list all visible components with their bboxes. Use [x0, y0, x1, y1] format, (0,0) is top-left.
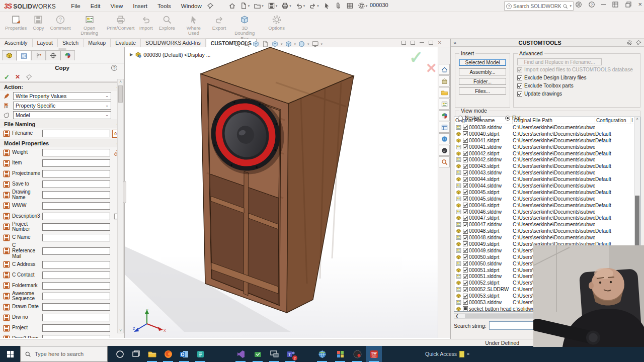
field-drawing-name-input[interactable] [42, 191, 110, 199]
ribbon-button-copy[interactable]: Copy [30, 12, 47, 31]
ribbon-button-explore[interactable]: Explore [156, 12, 178, 31]
recorder-app-app[interactable] [349, 346, 365, 362]
field-description3-input[interactable] [42, 213, 110, 220]
grid-app-app[interactable] [332, 346, 348, 362]
pdm-client-app[interactable] [192, 346, 208, 362]
field-weight-input[interactable] [42, 149, 110, 156]
checkbox-exclude-toolbox-parts[interactable]: Exclude Toolbox parts [517, 83, 574, 88]
field-save-to-input[interactable] [42, 180, 110, 188]
chevron-down-icon[interactable]: ▾ [307, 42, 309, 46]
pin-icon[interactable] [635, 40, 641, 46]
checkbox-icon[interactable] [463, 138, 468, 143]
checkbox-icon[interactable] [463, 131, 468, 136]
checkbox-icon[interactable] [463, 300, 468, 305]
save-button[interactable]: ▾ [266, 1, 279, 11]
field-drw-no-input[interactable] [42, 314, 110, 321]
chevron-down-icon[interactable]: ▾ [366, 4, 368, 8]
scrollbar-thumb[interactable] [118, 85, 123, 103]
clipping-icon[interactable] [262, 40, 269, 48]
checkbox-icon[interactable] [463, 248, 468, 253]
column-header-2[interactable]: Original File Path [513, 117, 595, 124]
checkbox-icon[interactable] [463, 183, 468, 188]
tab-markup[interactable]: Markup [84, 39, 111, 47]
table-row[interactable]: 000042.slddrwC:\Users\serkinhe\Documents… [454, 156, 640, 163]
action-dropdown-1[interactable]: Property Specific⌄ [13, 102, 111, 110]
confirmation-corner-ok-icon[interactable]: ✓ [409, 47, 424, 67]
solidworks-2022-app[interactable]: SW2022 [366, 346, 382, 362]
chevron-down-icon[interactable]: ▾ [570, 4, 572, 8]
table-row[interactable]: 000046.slddrwC:\Users\serkinhe\Documents… [454, 209, 640, 215]
gear-icon[interactable] [626, 40, 632, 46]
field-www-input[interactable] [42, 202, 110, 210]
field-c-reference-mail-input[interactable] [42, 247, 110, 255]
chevron-down-icon[interactable]: ▾ [321, 42, 323, 46]
tab-assembly[interactable]: Assembly [0, 39, 33, 47]
field-item-input[interactable] [42, 159, 110, 167]
tab-layout[interactable]: Layout [33, 39, 58, 47]
checkbox-icon[interactable] [463, 229, 468, 234]
help-icon[interactable]: ? [588, 1, 595, 8]
pane-right-icon[interactable] [411, 41, 415, 45]
action-dropdown-0[interactable]: Write Property Values⌄ [13, 92, 111, 100]
appearance-sphere-icon[interactable] [298, 40, 305, 48]
tab-sketch[interactable]: Sketch [58, 39, 84, 47]
find-replace-button[interactable]: Find and Replace in Filename... [517, 58, 602, 65]
table-row[interactable]: 000043.sldprtC:\Users\serkinhe\Documents… [454, 163, 640, 169]
table-row[interactable]: 000044.sldprtC:\Users\serkinhe\Documents… [454, 176, 640, 183]
table-row[interactable]: 000045.slddrwC:\Users\serkinhe\Documents… [454, 196, 640, 202]
dimxpert-tab[interactable] [46, 50, 60, 60]
expand-arrow-icon[interactable]: ▶ [130, 52, 133, 57]
customtools-tab[interactable] [439, 156, 450, 167]
package-app-app[interactable] [250, 346, 266, 362]
panel-scrollbar[interactable]: ˄˅ [117, 79, 124, 333]
checkbox-icon[interactable] [463, 254, 468, 259]
ribbon-button-export[interactable]: Export [209, 12, 229, 31]
checkbox-icon[interactable] [463, 222, 468, 227]
design-library-tab[interactable] [439, 75, 450, 86]
checkbox-icon[interactable] [463, 267, 468, 273]
section-header-file-naming[interactable]: File Naming ˄ [0, 120, 124, 128]
checkbox-icon[interactable] [463, 157, 468, 162]
teams-app[interactable]: T2 [282, 346, 298, 362]
field-c-name-input[interactable] [42, 234, 110, 241]
minimize-icon[interactable] [601, 4, 606, 5]
view-palette-tab[interactable] [439, 99, 450, 110]
chevron-down-icon[interactable]: ▾ [317, 4, 319, 8]
confirmation-corner-cancel-icon[interactable]: ✕ [426, 60, 437, 76]
table-row[interactable]: 000039.slddrwC:\Users\serkinhe\Documents… [454, 124, 640, 131]
cancel-x-icon[interactable]: ✕ [15, 73, 20, 80]
ribbon-button-where-used[interactable]: Where Used [178, 12, 209, 37]
model-tab[interactable] [2, 50, 17, 60]
insert-selected-model-button[interactable]: Selected Model [459, 59, 506, 66]
checkbox-update-drawings[interactable]: Update drawings [517, 91, 562, 97]
resources-home-tab[interactable] [439, 64, 450, 75]
scene-icon[interactable] [311, 40, 319, 48]
close-icon[interactable]: × [638, 2, 642, 7]
action-dropdown-2[interactable]: Model⌄ [13, 111, 111, 119]
taskbar-search-box[interactable]: Type here to search [20, 346, 108, 362]
table-row[interactable]: 000043.slddrwC:\Users\serkinhe\Documents… [454, 169, 640, 176]
field-project-input[interactable] [42, 324, 110, 332]
field-c-contact-input[interactable] [42, 272, 110, 279]
insert-folder--button[interactable]: Folder... [459, 78, 506, 85]
doc-minimize-icon[interactable] [420, 42, 424, 43]
section-header-action[interactable]: Action: ˄ [0, 82, 124, 91]
insert-assembly--button[interactable]: Assembly... [459, 68, 506, 75]
ribbon-button-3d-bounding-box[interactable]: 3D Bounding Box [229, 12, 260, 42]
help-icon[interactable]: ? [111, 65, 117, 71]
chevron-down-icon[interactable]: ▾ [303, 4, 305, 8]
ribbon-button-open-drawing[interactable]: Open Drawing [74, 12, 105, 37]
chevron-down-icon[interactable]: ▾ [248, 4, 250, 8]
globe-app-app[interactable] [314, 346, 330, 362]
zoom-area-icon[interactable] [243, 40, 250, 48]
checkbox-icon[interactable] [463, 203, 468, 208]
home-button[interactable] [227, 1, 237, 11]
display-manager-tab[interactable] [60, 50, 75, 60]
feature-tree-root[interactable]: ▶ 000030 (Default) <Display ... [130, 51, 211, 58]
chevron-down-icon[interactable]: ▾ [276, 4, 278, 8]
checkbox-icon[interactable] [463, 281, 468, 286]
field-drawn-date-input[interactable] [42, 303, 110, 311]
checkbox-icon[interactable] [463, 261, 468, 266]
new-document-button[interactable]: ▾ [238, 1, 252, 11]
table-row[interactable]: 000048.slddrwC:\Users\serkinhe\Documents… [454, 234, 640, 241]
